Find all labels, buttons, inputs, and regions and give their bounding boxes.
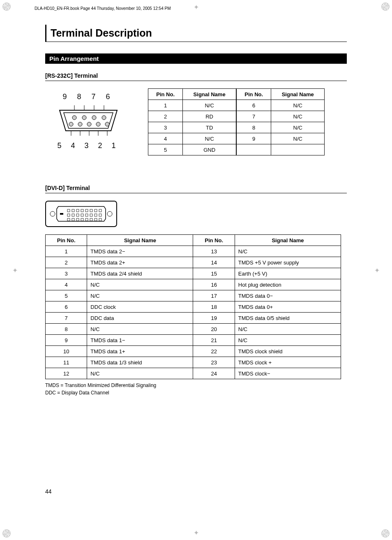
table-cell: 17 — [193, 290, 235, 301]
table-cell: 7 — [236, 111, 271, 122]
svg-point-10 — [78, 122, 82, 126]
table-row: 3TD8N/C — [148, 122, 325, 133]
svg-rect-34 — [85, 214, 88, 216]
dvid-heading: [DVI-D] Terminal — [45, 185, 90, 191]
svg-rect-31 — [72, 214, 74, 216]
table-cell — [271, 144, 325, 155]
table-cell: 6 — [236, 100, 271, 111]
svg-rect-38 — [67, 218, 70, 221]
table-cell: TMDS data 0+ — [235, 301, 341, 313]
svg-point-6 — [102, 116, 106, 120]
table-cell: TMDS +5 V power supply — [235, 257, 341, 268]
section-heading: Pin Arrangement — [45, 53, 347, 64]
table-cell: 23 — [193, 357, 235, 368]
table-cell: 9 — [46, 335, 87, 346]
table-cell: 4 — [46, 279, 87, 290]
table-row: 12N/C24TMDS clock− — [46, 368, 341, 379]
table-cell: 18 — [193, 301, 235, 313]
svg-rect-36 — [95, 214, 97, 216]
rs232-bottom-pins: 5 4 3 2 1 — [45, 141, 131, 150]
svg-point-16 — [105, 122, 109, 126]
footnotes: TMDS = Transition Minimized Differential… — [45, 382, 347, 396]
table-cell: 12 — [46, 368, 87, 379]
crop-mark-icon: ✦ — [194, 529, 199, 537]
rs232-pin-table: Pin No.Signal NamePin No.Signal Name 1N/… — [148, 88, 325, 155]
table-cell: N/C — [183, 100, 236, 111]
table-cell: TMDS data 1/3 shield — [87, 357, 193, 368]
svg-rect-42 — [85, 218, 88, 221]
dvid-pin-table: Pin No.Signal NamePin No.Signal Name 1TM… — [45, 234, 341, 379]
svg-rect-40 — [76, 218, 79, 221]
table-cell: N/C — [87, 324, 193, 335]
table-cell: 2 — [148, 111, 183, 122]
svg-rect-41 — [81, 218, 83, 221]
table-cell — [236, 144, 271, 155]
table-row: 1TMDS data 2−13N/C — [46, 246, 341, 257]
table-cell: 20 — [193, 324, 235, 335]
table-cell: N/C — [271, 133, 325, 144]
svg-rect-28 — [95, 209, 97, 212]
svg-rect-35 — [90, 214, 92, 216]
svg-rect-23 — [72, 209, 74, 212]
table-row: 11TMDS data 1/3 shield23TMDS clock + — [46, 357, 341, 368]
svg-rect-45 — [99, 218, 101, 221]
table-cell: TMDS clock− — [235, 368, 341, 379]
table-cell: Hot plug detection — [235, 279, 341, 290]
document-path: DLA-HD10_EN-FR.book Page 44 Thursday, No… — [35, 6, 171, 11]
table-cell: 1 — [148, 100, 183, 111]
table-cell: N/C — [271, 122, 325, 133]
table-row: 8N/C20N/C — [46, 324, 341, 335]
crop-mark-icon: ✦ — [194, 3, 199, 11]
footnote-tmds: TMDS = Transition Minimized Differential… — [45, 382, 347, 389]
table-row: 2TMDS data 2+14TMDS +5 V power supply — [46, 257, 341, 268]
svg-rect-44 — [95, 218, 97, 221]
table-header: Signal Name — [87, 235, 193, 246]
table-row: 2RD7N/C — [148, 111, 325, 122]
registration-mark-icon — [2, 2, 11, 11]
svg-point-12 — [87, 122, 91, 126]
table-cell: 1 — [46, 246, 87, 257]
page-number: 44 — [45, 488, 52, 495]
table-cell: N/C — [183, 133, 236, 144]
dvid-heading-row: [DVI-D] Terminal — [45, 184, 347, 193]
crop-mark-icon: ✦ — [374, 266, 380, 274]
svg-rect-39 — [72, 218, 74, 221]
table-cell: N/C — [87, 279, 193, 290]
table-row: 5GND — [148, 144, 325, 155]
table-cell: TMDS clock + — [235, 357, 341, 368]
svg-rect-21 — [60, 213, 63, 215]
table-cell: 2 — [46, 257, 87, 268]
table-cell: N/C — [87, 368, 193, 379]
table-cell: 16 — [193, 279, 235, 290]
table-row: 5N/C17TMDS data 0− — [46, 290, 341, 301]
table-header: Pin No. — [148, 89, 183, 100]
table-cell: 7 — [46, 313, 87, 324]
svg-rect-22 — [67, 209, 70, 212]
table-cell: TMDS data 2/4 shield — [87, 268, 193, 279]
registration-mark-icon — [2, 529, 11, 538]
rs232-heading-row: [RS-232C] Terminal — [45, 72, 347, 81]
page-title-bar: Terminal Description — [45, 25, 347, 42]
table-cell: 6 — [46, 301, 87, 313]
svg-point-8 — [69, 122, 73, 126]
table-cell: 11 — [46, 357, 87, 368]
svg-point-20 — [107, 211, 112, 216]
table-row: 7DDC data19TMDS data 0/5 shield — [46, 313, 341, 324]
table-cell: DDC data — [87, 313, 193, 324]
table-cell: 5 — [46, 290, 87, 301]
table-cell: N/C — [87, 290, 193, 301]
table-cell: 15 — [193, 268, 235, 279]
svg-point-0 — [72, 116, 76, 120]
svg-point-4 — [92, 116, 96, 120]
table-header: Signal Name — [183, 89, 236, 100]
table-cell: 21 — [193, 335, 235, 346]
table-row: 10TMDS data 1+22TMDS clock shield — [46, 346, 341, 357]
svg-rect-29 — [99, 209, 101, 212]
registration-mark-icon — [381, 2, 390, 11]
rs232-heading: [RS-232C] Terminal — [45, 72, 98, 79]
svg-rect-30 — [67, 214, 70, 216]
table-cell: TMDS data 0− — [235, 290, 341, 301]
table-cell: 22 — [193, 346, 235, 357]
table-header: Signal Name — [271, 89, 325, 100]
table-cell: TMDS data 1+ — [87, 346, 193, 357]
